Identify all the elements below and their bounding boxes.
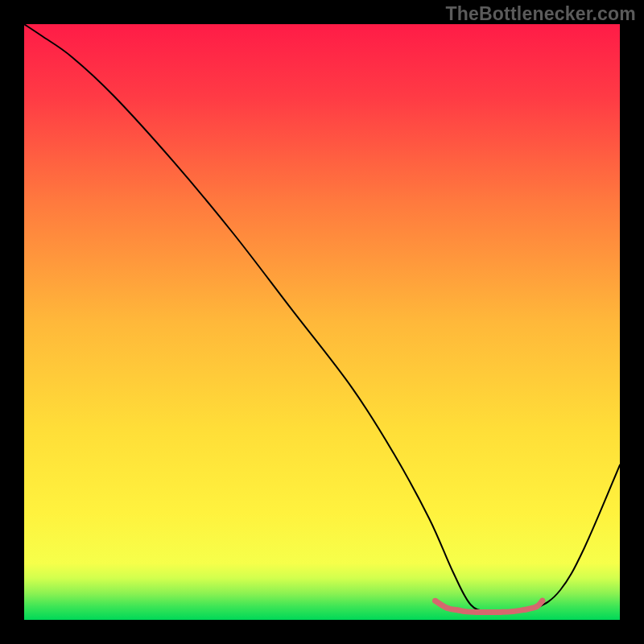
chart-svg (24, 24, 620, 620)
highlight-dot (498, 609, 504, 615)
highlight-dot (444, 605, 450, 611)
watermark-text: TheBottlenecker.com (446, 3, 636, 25)
chart-container: TheBottlenecker.com (0, 0, 644, 644)
highlight-dot (474, 609, 480, 615)
highlight-dot (510, 609, 515, 614)
chart-plot (24, 24, 620, 620)
highlight-dot (462, 609, 468, 614)
highlight-dot (456, 608, 462, 613)
highlight-dot (486, 609, 492, 615)
chart-background (24, 24, 620, 620)
highlight-dot (534, 604, 539, 609)
highlight-dot (522, 607, 527, 613)
highlight-dot (539, 598, 545, 604)
highlight-dot (432, 598, 438, 604)
